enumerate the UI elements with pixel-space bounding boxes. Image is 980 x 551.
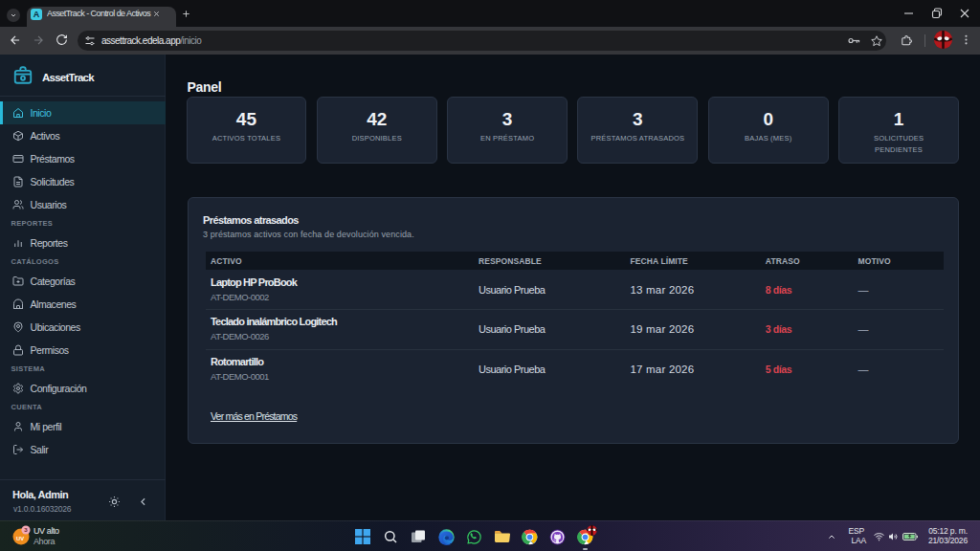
svg-text:3: 3 <box>24 526 28 533</box>
svg-text:UV: UV <box>16 536 24 541</box>
